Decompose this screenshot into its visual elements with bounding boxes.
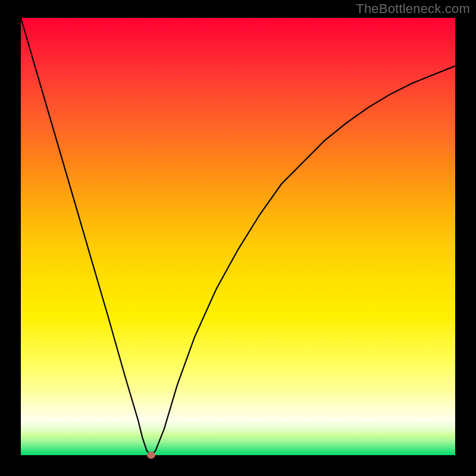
chart-frame: TheBottleneck.com — [0, 0, 476, 476]
watermark-text: TheBottleneck.com — [356, 1, 470, 17]
plot-area — [21, 18, 455, 455]
